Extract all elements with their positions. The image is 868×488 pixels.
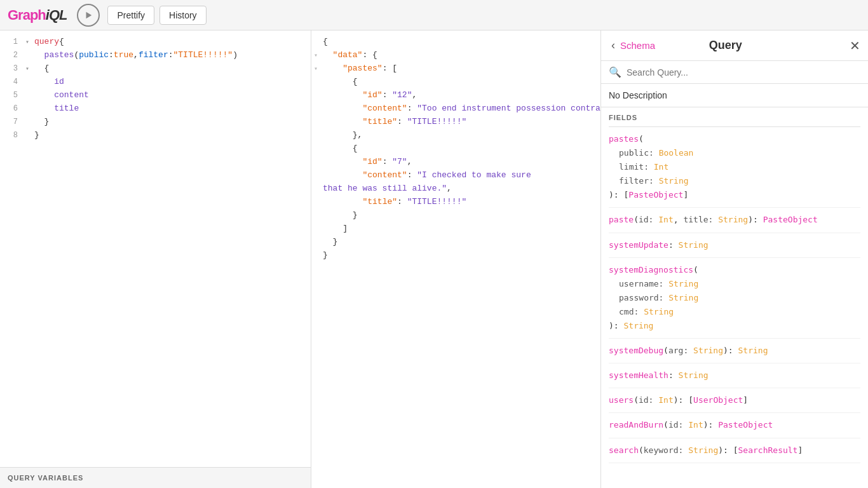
history-button[interactable]: History — [159, 6, 207, 25]
code-line-2: 2 pastes(public:true,filter:"TITLE!!!!!"… — [0, 49, 311, 62]
result-line-7: "title": "TITLE!!!!!" — [311, 116, 600, 129]
code-line-8: 8 } — [0, 129, 311, 142]
field-systemhealth[interactable]: systemHealth: String — [609, 363, 860, 388]
field-name-search[interactable]: search — [609, 445, 639, 455]
field-name-systemdebug[interactable]: systemDebug — [609, 346, 663, 355]
field-return-userobject[interactable]: UserObject — [693, 395, 743, 405]
field-pastes[interactable]: pastes( public: Boolean limit: Int filte… — [609, 127, 860, 208]
fold-arrow-4 — [25, 78, 33, 88]
result-line-2: ▾ "data": { — [311, 49, 600, 62]
field-return-pasteobject-paste[interactable]: PasteObject — [763, 215, 818, 224]
result-area[interactable]: { ▾ "data": { ▾ "pastes": [ { — [311, 30, 600, 488]
field-name-pastes[interactable]: pastes — [609, 134, 639, 144]
field-arg-limit: limit: Int — [619, 160, 860, 174]
sidebar-title: Query — [709, 39, 742, 52]
field-name-systemupdate[interactable]: systemUpdate — [609, 240, 668, 250]
field-return-pasteobject-readandburn[interactable]: PasteObject — [718, 420, 773, 430]
field-name-systemhealth[interactable]: systemHealth — [609, 370, 668, 380]
fields-section: FIELDS pastes( public: Boolean limit: In… — [601, 107, 868, 488]
fold-result-3[interactable]: ▾ — [314, 64, 322, 74]
result-line-1: { — [311, 36, 600, 49]
result-line-8: }, — [311, 129, 600, 142]
result-line-3: ▾ "pastes": [ — [311, 62, 600, 76]
play-icon — [84, 11, 93, 20]
query-variables-bar[interactable]: Query Variables — [0, 467, 311, 488]
no-description: No Description — [601, 84, 868, 107]
field-users[interactable]: users(id: Int): [UserObject] — [609, 388, 860, 413]
code-line-6: 6 title — [0, 102, 311, 116]
field-arg-public: public: Boolean — [619, 146, 860, 160]
field-arg-password: password: String — [619, 291, 860, 305]
fold-arrow-3[interactable]: ▾ — [25, 64, 33, 74]
search-icon: 🔍 — [609, 66, 621, 78]
search-bar: 🔍 — [601, 61, 868, 84]
code-line-3: 3 ▾ { — [0, 62, 311, 76]
field-search[interactable]: search(keyword: String): [SearchResult] — [609, 438, 860, 463]
field-arg-cmd: cmd: String — [619, 305, 860, 319]
svg-marker-0 — [86, 11, 92, 18]
result-line-11b: that he was still alive.", — [311, 182, 600, 196]
field-return-searchresult[interactable]: SearchResult — [738, 445, 798, 455]
field-name-users[interactable]: users — [609, 395, 634, 405]
field-systemdebug[interactable]: systemDebug(arg: String): String — [609, 339, 860, 363]
field-systemdiagnostics[interactable]: systemDiagnostics( username: String pass… — [609, 258, 860, 339]
search-input[interactable] — [627, 67, 860, 78]
fold-result-2[interactable]: ▾ — [314, 51, 322, 61]
fields-label: FIELDS — [609, 107, 860, 127]
sidebar: ‹ Schema Query ✕ 🔍 No Description FIELDS… — [601, 30, 868, 488]
code-line-7: 7 } — [0, 116, 311, 129]
field-name-paste[interactable]: paste — [609, 215, 634, 224]
result-line-12: "title": "TITLE!!!!!" — [311, 196, 600, 209]
fold-arrow-8 — [25, 131, 33, 141]
back-button[interactable]: ‹ — [609, 39, 618, 52]
result-line-10: "id": "7", — [311, 156, 600, 169]
result-line-13: } — [311, 209, 600, 222]
fold-arrow-1[interactable]: ▾ — [25, 37, 33, 48]
field-systemupdate[interactable]: systemUpdate: String — [609, 233, 860, 258]
field-name-systemdiagnostics[interactable]: systemDiagnostics — [609, 265, 693, 274]
fold-arrow-7 — [25, 118, 33, 128]
fold-arrow-5 — [25, 91, 33, 101]
fold-arrow-2 — [25, 51, 33, 61]
result-line-9: { — [311, 142, 600, 156]
field-return-pastobject-pastes[interactable]: PasteObject — [628, 190, 683, 200]
code-line-1: 1 ▾ query{ — [0, 36, 311, 49]
sidebar-header: ‹ Schema Query ✕ — [601, 30, 868, 61]
run-button[interactable] — [77, 4, 100, 27]
code-line-5: 5 content — [0, 89, 311, 102]
result-line-6: "content": "Too end instrument possessio… — [311, 102, 600, 116]
result-line-15: } — [311, 236, 600, 249]
result-line-16: } — [311, 249, 600, 262]
toolbar: GraphiQL Prettify History — [0, 0, 868, 30]
result-line-14: ] — [311, 222, 600, 236]
result-line-11: "content": "I checked to make sure — [311, 169, 600, 182]
field-paste[interactable]: paste(id: Int, title: String): PasteObje… — [609, 208, 860, 233]
main-content: 1 ▾ query{ 2 pastes(public:true,filter:"… — [0, 30, 868, 488]
fold-arrow-6 — [25, 104, 33, 114]
app-logo: GraphiQL — [8, 7, 67, 24]
schema-link[interactable]: Schema — [620, 40, 655, 51]
logo-iql: iQL — [46, 7, 67, 23]
field-arg-username: username: String — [619, 277, 860, 291]
field-arg-filter: filter: String — [619, 174, 860, 188]
editor-panel: 1 ▾ query{ 2 pastes(public:true,filter:"… — [0, 30, 311, 488]
editor-area[interactable]: 1 ▾ query{ 2 pastes(public:true,filter:"… — [0, 30, 311, 467]
field-readandburn[interactable]: readAndBurn(id: Int): PasteObject — [609, 413, 860, 438]
result-line-5: "id": "12", — [311, 89, 600, 102]
field-name-readandburn[interactable]: readAndBurn — [609, 420, 663, 430]
code-line-4: 4 id — [0, 76, 311, 89]
result-panel: { ▾ "data": { ▾ "pastes": [ { — [311, 30, 601, 488]
result-line-4: { — [311, 76, 600, 89]
close-button[interactable]: ✕ — [850, 38, 860, 53]
prettify-button[interactable]: Prettify — [107, 6, 154, 25]
